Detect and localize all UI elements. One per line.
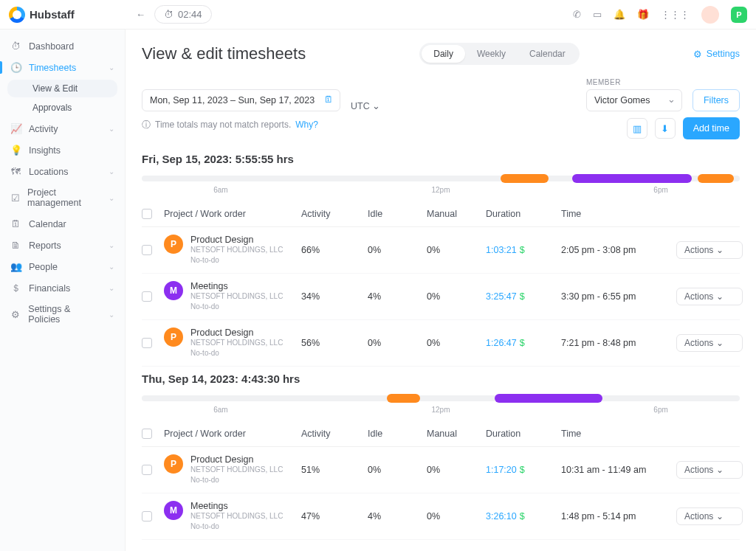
cell-duration[interactable]: 1:26:47 $ [486, 338, 557, 348]
row-checkbox[interactable] [142, 291, 152, 302]
cell-activity: 47% [301, 511, 363, 521]
chevron-icon: ⌄ [109, 311, 114, 319]
calendar-icon: 🗓 [324, 94, 334, 105]
timeline-segment [387, 394, 420, 403]
nav-icon: 🗓 [10, 218, 21, 229]
col-idle: Idle [368, 209, 422, 219]
phone-icon[interactable]: ✆ [573, 9, 581, 20]
cell-idle: 0% [368, 465, 422, 475]
project-name: Meetings [190, 501, 283, 511]
download-button[interactable]: ⬇ [655, 118, 676, 139]
sidebar-item-locations[interactable]: 🗺Locations⌄ [0, 161, 125, 182]
row-checkbox[interactable] [142, 511, 152, 521]
row-actions-button[interactable]: Actions ⌄ [676, 507, 743, 525]
nav-icon: 📈 [10, 123, 21, 134]
bell-icon[interactable]: 🔔 [614, 9, 625, 20]
member-label: MEMBER [586, 78, 682, 86]
timer-value: 02:44 [178, 9, 202, 20]
day-title: Fri, Sep 15, 2023: 5:55:55 hrs [142, 153, 740, 165]
user-avatar[interactable] [701, 6, 719, 24]
row-actions-button[interactable]: Actions ⌄ [676, 241, 743, 259]
project-name: Product Design [190, 454, 283, 465]
sidebar-item-insights[interactable]: 💡Insights [0, 139, 125, 161]
col-manual: Manual [427, 209, 481, 219]
cell-manual: 0% [427, 291, 481, 302]
tab-calendar[interactable]: Calendar [518, 45, 577, 63]
col-time: Time [561, 209, 672, 219]
project-todo: No-to-do [190, 521, 283, 532]
cell-manual: 0% [427, 338, 481, 348]
row-actions-button[interactable]: Actions ⌄ [676, 334, 743, 352]
note-text: Time totals may not match reports. [155, 119, 291, 130]
tab-daily[interactable]: Daily [422, 45, 465, 63]
cell-idle: 4% [368, 291, 422, 302]
row-actions-button[interactable]: Actions ⌄ [676, 461, 743, 479]
cell-duration[interactable]: 1:03:21 $ [486, 245, 557, 255]
project-badge: P [164, 454, 183, 474]
row-checkbox[interactable] [142, 245, 152, 255]
tab-weekly[interactable]: Weekly [465, 45, 518, 63]
cell-duration[interactable]: 1:17:20 $ [486, 465, 557, 475]
timeline-ticks: 6am12pm6pm [142, 406, 740, 414]
sidebar-item-calendar[interactable]: 🗓Calendar [0, 213, 125, 235]
sidebar-sub-view-&-edit[interactable]: View & Edit [7, 80, 117, 97]
row-checkbox[interactable] [142, 338, 152, 348]
cell-activity: 56% [301, 338, 363, 348]
project-org: NETSOFT HOLDINGS, LLC [190, 245, 283, 255]
sidebar-item-timesheets[interactable]: 🕒Timesheets⌄ [0, 57, 125, 78]
date-range-picker[interactable]: Mon, Sep 11, 2023 – Sun, Sep 17, 2023 🗓 [142, 89, 340, 111]
cell-duration[interactable]: 3:25:47 $ [486, 291, 557, 302]
col-project: Project / Work order [164, 209, 297, 219]
apps-icon[interactable]: ⋮⋮⋮ [661, 9, 690, 20]
table-row: M Meetings NETSOFT HOLDINGS, LLC No-to-d… [142, 274, 740, 320]
note-link[interactable]: Why? [295, 119, 318, 130]
sidebar-sub-approvals[interactable]: Approvals [7, 99, 117, 117]
timeline-segment [501, 174, 549, 183]
member-select[interactable]: Victor Gomes [586, 89, 682, 111]
sidebar-item-label: Reports [29, 240, 61, 251]
filters-button[interactable]: Filters [693, 89, 740, 111]
gift-icon[interactable]: 🎁 [637, 9, 649, 20]
sidebar-item-dashboard[interactable]: ⏱Dashboard [0, 35, 125, 57]
sidebar-item-project-management[interactable]: ☑Project management⌄ [0, 182, 125, 213]
select-all-checkbox[interactable] [142, 209, 152, 219]
project-org: NETSOFT HOLDINGS, LLC [190, 338, 283, 348]
sidebar-item-activity[interactable]: 📈Activity⌄ [0, 118, 125, 139]
cell-time: 2:05 pm - 3:08 pm [561, 245, 672, 255]
table-row: P Product Design NETSOFT HOLDINGS, LLC N… [142, 320, 740, 367]
sidebar-item-people[interactable]: 👥People⌄ [0, 256, 125, 277]
sidebar-item-label: Insights [29, 145, 61, 156]
cell-manual: 0% [427, 465, 481, 475]
add-time-button[interactable]: Add time [683, 117, 740, 139]
back-button[interactable]: ← [130, 6, 151, 23]
timezone-select[interactable]: UTC ⌄ [351, 100, 380, 111]
chevron-icon: ⌄ [109, 263, 114, 271]
cell-manual: 0% [427, 245, 481, 255]
project-name: Product Design [190, 235, 283, 245]
col-activity: Activity [301, 429, 363, 439]
org-badge[interactable]: P [731, 7, 747, 23]
brand-logo[interactable]: Hubstaff [9, 7, 121, 23]
book-icon[interactable]: ▭ [593, 9, 602, 20]
row-checkbox[interactable] [142, 465, 152, 475]
table-row: P Product Design NETSOFT HOLDINGS, LLC N… [142, 227, 740, 274]
project-org: NETSOFT HOLDINGS, LLC [190, 291, 283, 302]
nav-icon: 🗺 [10, 166, 21, 177]
col-idle: Idle [368, 429, 422, 439]
sidebar-item-label: Timesheets [29, 63, 76, 73]
timeline [142, 173, 740, 184]
sidebar-item-financials[interactable]: ＄Financials⌄ [0, 277, 125, 299]
settings-link[interactable]: ⚙ Settings [693, 49, 740, 60]
cell-time: 1:48 pm - 5:14 pm [561, 511, 672, 521]
select-all-checkbox[interactable] [142, 429, 152, 439]
timer-widget[interactable]: ⏱ 02:44 [154, 5, 212, 24]
nav-icon: ⏱ [10, 41, 21, 52]
row-actions-button[interactable]: Actions ⌄ [676, 288, 743, 305]
sidebar-item-settings-&-policies[interactable]: ⚙Settings & Policies⌄ [0, 299, 125, 330]
cell-time: 10:31 am - 11:49 am [561, 465, 672, 475]
cell-activity: 66% [301, 245, 363, 255]
nav-icon: 👥 [10, 261, 21, 272]
columns-button[interactable]: ▥ [627, 118, 647, 139]
sidebar-item-reports[interactable]: 🗎Reports⌄ [0, 235, 125, 256]
cell-duration[interactable]: 3:26:10 $ [486, 511, 557, 521]
